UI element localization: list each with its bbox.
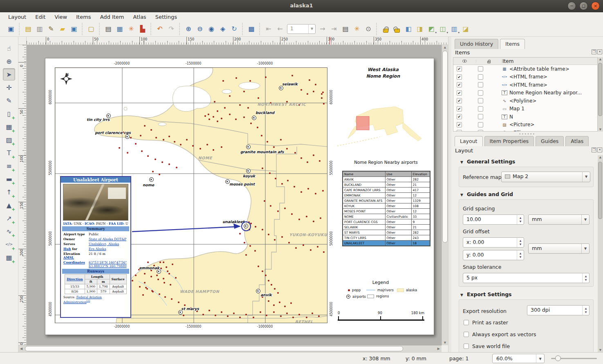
- save-world-file-checkbox[interactable]: [464, 344, 469, 349]
- visibility-checkbox[interactable]: ✔: [457, 130, 462, 132]
- atlas-settings-icon[interactable]: ⊙: [363, 23, 374, 35]
- tab-undo-history[interactable]: Undo History: [455, 39, 498, 49]
- tab-atlas[interactable]: Atlas: [565, 136, 589, 146]
- print-as-raster-checkbox[interactable]: [464, 320, 469, 325]
- tree-scroll-thumb[interactable]: [598, 63, 602, 116]
- visibility-checkbox[interactable]: ✔: [457, 74, 462, 80]
- items-tree-scrollbar[interactable]: ▲ ▼: [598, 57, 603, 132]
- chevron-down-icon[interactable]: ▼: [308, 25, 315, 33]
- menu-edit[interactable]: Edit: [31, 13, 49, 21]
- resize-items-icon[interactable]: ◪: [460, 23, 471, 35]
- list-item[interactable]: ✔</><HTML frame>: [453, 81, 597, 89]
- zoom-out-icon[interactable]: ⊖: [194, 23, 206, 35]
- add-page-icon[interactable]: ▯+: [3, 107, 15, 120]
- print-icon[interactable]: ▤: [103, 23, 114, 35]
- grid-offset-unit-combobox[interactable]: mm▼: [528, 243, 590, 254]
- tab-item-properties[interactable]: Item Properties: [484, 136, 534, 146]
- lock-checkbox[interactable]: [478, 122, 483, 127]
- list-item[interactable]: ✔◯<Ellipse>: [453, 129, 597, 132]
- always-export-vectors-checkbox[interactable]: [464, 332, 469, 337]
- inset-map-alaska[interactable]: [334, 98, 434, 152]
- spinbox-arrows-icon[interactable]: ▲▼: [517, 215, 524, 224]
- atlas-feature-value[interactable]: 1: [290, 26, 294, 31]
- add-north-arrow-icon[interactable]: ↑+: [3, 186, 15, 198]
- lock-checkbox[interactable]: [478, 98, 483, 103]
- snap-tolerance-spinbox[interactable]: 5 px ▲▼: [463, 273, 590, 283]
- menu-items[interactable]: Items: [72, 13, 95, 21]
- layout-manager-icon[interactable]: ✎: [45, 23, 57, 35]
- atlas-prev-icon[interactable]: ←: [274, 23, 286, 35]
- lock-items-icon[interactable]: [380, 23, 391, 35]
- runways-header-link[interactable]: Runways: [87, 269, 104, 273]
- float-panel-icon[interactable]: ❐: [592, 49, 596, 54]
- scalebar-item[interactable]: 0 90 180 km: [338, 311, 424, 323]
- dropdown-mark-icon[interactable]: ▾: [458, 31, 460, 34]
- canvas-horizontal-scrollbar[interactable]: ◀ ▶: [18, 345, 442, 352]
- zoom-actual-icon[interactable]: ◉: [206, 23, 217, 35]
- menu-add-item[interactable]: Add Item: [96, 13, 128, 21]
- distribute-items-icon[interactable]: ▥▾: [448, 23, 460, 35]
- spinbox-arrows-icon[interactable]: ▲▼: [517, 250, 524, 260]
- visibility-checkbox[interactable]: ✔: [457, 106, 462, 112]
- lock-checkbox[interactable]: [478, 82, 483, 87]
- chevron-down-icon[interactable]: ▼: [581, 244, 589, 253]
- atlas-feature-combo[interactable]: 1▼: [287, 24, 316, 34]
- grid-offset-x-spinbox[interactable]: x: 0.00 ▲▼: [463, 237, 524, 248]
- guides-grid-header[interactable]: ▼Guides and Grid: [460, 191, 513, 197]
- pan-tool-icon[interactable]: ☝: [3, 42, 15, 54]
- undo-icon[interactable]: ↶: [154, 23, 166, 35]
- print-atlas-icon[interactable]: ▤: [340, 23, 351, 35]
- atlas-preview-icon[interactable]: ▩: [246, 23, 257, 35]
- spinbox-arrows-icon[interactable]: ▲▼: [582, 306, 589, 315]
- add-node-item-icon[interactable]: ∿+: [3, 225, 15, 237]
- panel-scroll-thumb[interactable]: [598, 162, 602, 219]
- lock-checkbox[interactable]: [478, 114, 483, 119]
- list-item[interactable]: ✔TN: [453, 113, 597, 121]
- export-atlas-icon[interactable]: ✳: [351, 23, 363, 35]
- new-from-template-icon[interactable]: ▢: [85, 23, 97, 35]
- add-picture-icon[interactable]: ▨+: [3, 134, 15, 146]
- atlas-first-icon[interactable]: ⇤: [263, 23, 274, 35]
- general-settings-header[interactable]: ▼General Settings: [460, 159, 515, 165]
- items-tree[interactable]: Item ✔▦<Attribute table frame>✔</><HTML …: [453, 57, 598, 132]
- scroll-left-icon[interactable]: ◀: [20, 347, 22, 351]
- chevron-down-icon[interactable]: ▼: [582, 172, 590, 182]
- duplicate-layout-icon[interactable]: ▥: [34, 23, 45, 35]
- lock-checkbox[interactable]: [478, 130, 483, 132]
- scroll-right-icon[interactable]: ▶: [437, 347, 440, 351]
- layout-canvas[interactable]: NORTHWEST ARCTICNOMEYUKON-KOYUKUKWADE HA…: [27, 45, 442, 345]
- scroll-down-icon[interactable]: ▼: [598, 348, 603, 352]
- grid-spacing-unit-combobox[interactable]: mm▼: [528, 214, 590, 225]
- grid-offset-y-spinbox[interactable]: y: 0.00 ▲▼: [463, 250, 524, 260]
- zoom-full-icon[interactable]: ◈: [217, 23, 229, 35]
- add-map-icon[interactable]: ▦+: [3, 121, 15, 133]
- list-item[interactable]: ✔▦<Attribute table frame>: [453, 65, 597, 73]
- scroll-down-icon[interactable]: ▼: [442, 341, 448, 344]
- spinbox-arrows-icon[interactable]: ▲▼: [517, 238, 524, 247]
- summary-value[interactable]: Era Alaska: [89, 247, 128, 251]
- export-resolution-spinbox[interactable]: 300 dpi ▲▼: [527, 305, 590, 315]
- summary-value[interactable]: State of Alaska DOT&P: [89, 237, 128, 241]
- add-legend-icon[interactable]: ≡+: [3, 160, 15, 172]
- atlas-last-icon[interactable]: ⇥: [328, 23, 340, 35]
- export-image-icon[interactable]: ▦: [114, 23, 126, 35]
- layout-panel-scrollbar[interactable]: ▲ ▼: [598, 155, 603, 352]
- close-panel-icon[interactable]: ✕: [597, 147, 602, 152]
- visibility-checkbox[interactable]: ✔: [457, 114, 462, 119]
- chevron-down-icon[interactable]: ▼: [581, 215, 589, 224]
- zoom-tool-icon[interactable]: ⊕: [3, 55, 15, 67]
- visibility-checkbox[interactable]: ✔: [457, 82, 462, 87]
- float-panel-icon[interactable]: ❐: [592, 147, 596, 152]
- dropdown-mark-icon[interactable]: ▾: [446, 31, 448, 34]
- layout-page[interactable]: NORTHWEST ARCTICNOMEYUKON-KOYUKUKWADE HA…: [45, 58, 434, 335]
- list-item[interactable]: ✔▭Map 1: [453, 105, 597, 113]
- select-move-item-tool-icon[interactable]: ➤: [3, 68, 15, 80]
- group-items-icon[interactable]: ◧: [403, 23, 414, 35]
- scroll-up-icon[interactable]: ▲: [598, 156, 603, 159]
- tab-guides[interactable]: Guides: [536, 136, 564, 146]
- visibility-checkbox[interactable]: ✔: [457, 66, 462, 71]
- minimize-button[interactable]: −: [567, 2, 576, 10]
- zoom-slider[interactable]: [551, 358, 597, 359]
- legend-item[interactable]: Legend popp ✈ airports majrivers regions: [332, 279, 434, 304]
- export-settings-header[interactable]: ▼Export Settings: [460, 291, 512, 297]
